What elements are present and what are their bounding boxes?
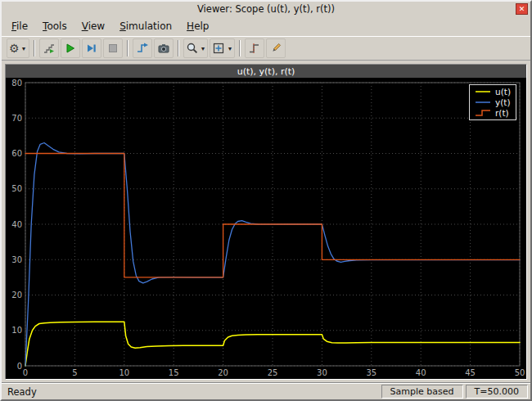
scope-viewer-window: Viewer: Scope (u(t), y(t), r(t)) ✕ File … (0, 0, 532, 401)
toolbar: ⚙ ▼ (2, 36, 530, 61)
plot-title: u(t), y(t), r(t) (6, 65, 526, 78)
legend-entry: y(t) (475, 97, 511, 107)
zoom-button[interactable]: ▼ (183, 38, 209, 58)
svg-text:35: 35 (366, 368, 376, 377)
svg-text:20: 20 (218, 368, 228, 377)
svg-text:30: 30 (317, 368, 327, 377)
snapshot-camera-icon (157, 42, 170, 55)
chevron-down-icon: ▼ (21, 46, 27, 52)
svg-text:10: 10 (11, 326, 22, 335)
legend-entry: u(t) (475, 87, 511, 97)
close-icon: ✕ (519, 6, 525, 13)
menu-bar: File Tools View Simulation Help (2, 16, 530, 36)
cursor-measurements-button[interactable] (266, 38, 286, 58)
svg-text:60: 60 (11, 149, 22, 158)
close-button[interactable]: ✕ (516, 3, 528, 15)
trigger-icon (248, 42, 261, 55)
chevron-down-icon: ▼ (227, 46, 232, 52)
legend-line-sample (475, 98, 491, 106)
window-title: Viewer: Scope (u(t), y(t), r(t)) (197, 3, 335, 15)
cursor-measurements-icon (269, 42, 282, 55)
menu-view[interactable]: View (75, 18, 111, 34)
stepping-options-button[interactable] (39, 38, 59, 58)
run-button[interactable] (61, 38, 80, 58)
run-icon (64, 42, 77, 55)
svg-text:15: 15 (169, 368, 179, 377)
stepping-options-icon (43, 42, 56, 55)
svg-text:40: 40 (416, 368, 426, 377)
svg-text:25: 25 (268, 368, 278, 377)
svg-text:80: 80 (11, 79, 22, 88)
scope-plot[interactable]: 0510152025303540455001020304050607080 (6, 78, 526, 379)
legend-label: y(t) (495, 97, 511, 107)
stop-button[interactable] (103, 38, 123, 58)
zoom-magnifier-icon (186, 42, 199, 55)
toolbar-separator (127, 40, 128, 56)
svg-text:20: 20 (11, 291, 22, 300)
svg-text:50: 50 (11, 184, 22, 193)
svg-text:30: 30 (11, 255, 22, 264)
legend-label: r(t) (495, 108, 509, 118)
svg-text:45: 45 (465, 368, 476, 377)
stop-icon (106, 42, 119, 55)
step-forward-button[interactable] (82, 38, 101, 58)
menu-tools[interactable]: Tools (36, 18, 74, 34)
menu-simulation[interactable]: Simulation (113, 18, 178, 34)
menu-help[interactable]: Help (180, 18, 215, 34)
highlight-signal-icon (136, 42, 149, 55)
svg-text:10: 10 (119, 368, 129, 377)
chevron-down-icon: ▼ (201, 46, 206, 52)
svg-text:0: 0 (23, 368, 28, 377)
settings-gear-icon: ⚙ (9, 42, 20, 55)
trigger-button[interactable] (245, 38, 264, 58)
svg-text:0: 0 (17, 362, 22, 371)
settings-button[interactable]: ⚙ ▼ (7, 38, 29, 58)
figure-area: u(t), y(t), r(t) 05101520253035404550010… (2, 61, 530, 383)
fit-to-view-icon (212, 42, 225, 55)
svg-text:5: 5 (72, 368, 77, 377)
menu-file[interactable]: File (5, 18, 34, 34)
legend-label: u(t) (495, 87, 511, 97)
highlight-signal-button[interactable] (133, 38, 152, 58)
sample-mode-panel: Sample based (381, 385, 463, 399)
title-bar[interactable]: Viewer: Scope (u(t), y(t), r(t)) ✕ (2, 2, 530, 16)
status-bar: Ready Sample based T=50.000 (2, 383, 530, 399)
svg-text:40: 40 (11, 220, 22, 229)
fit-to-view-button[interactable]: ▼ (210, 38, 235, 58)
toolbar-separator (239, 40, 241, 56)
toolbar-separator (34, 40, 35, 56)
snapshot-button[interactable] (154, 38, 174, 58)
step-forward-icon (85, 42, 98, 55)
toolbar-separator (178, 40, 179, 56)
legend-line-sample (475, 109, 491, 117)
legend[interactable]: u(t)y(t)r(t) (469, 84, 516, 120)
scope-figure: u(t), y(t), r(t) 05101520253035404550010… (5, 64, 527, 380)
svg-text:50: 50 (515, 368, 525, 377)
sim-time-panel: T=50.000 (466, 385, 528, 399)
status-text: Ready (4, 386, 379, 398)
legend-entry: r(t) (475, 108, 511, 118)
svg-text:70: 70 (11, 114, 22, 123)
legend-line-sample (475, 88, 491, 96)
